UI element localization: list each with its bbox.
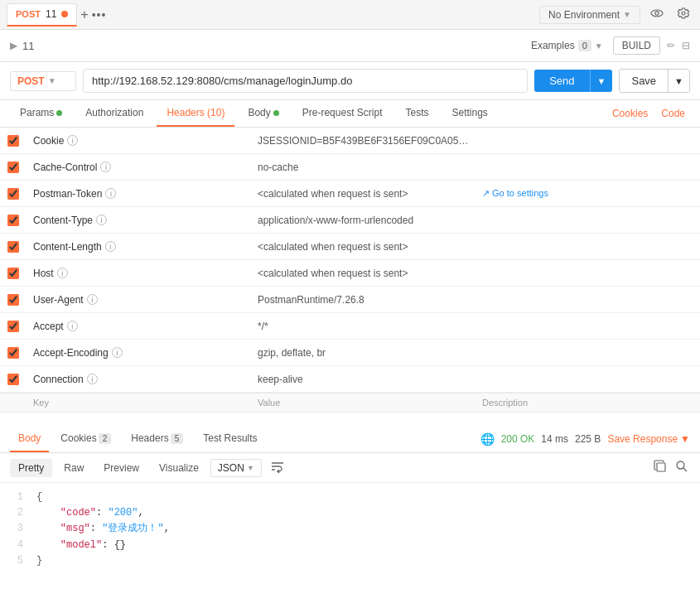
code-text: "msg": "登录成功！", [36, 521, 170, 537]
new-row-key-placeholder: Key [27, 393, 251, 412]
row-checkbox-5[interactable] [0, 238, 27, 256]
tab-tests[interactable]: Tests [395, 100, 438, 127]
copy-code-button[interactable] [652, 458, 669, 477]
format-select[interactable]: JSON ▼ [210, 459, 262, 477]
code-line: 1 { [10, 490, 690, 505]
table-row: Content-Length i <calculated when reques… [0, 234, 700, 260]
examples-badge[interactable]: Examples 0 ▼ [531, 40, 603, 51]
save-dropdown-button[interactable]: ▼ [668, 70, 689, 92]
tab-body[interactable]: Body [238, 100, 288, 127]
save-response-button[interactable]: Save Response ▼ [607, 433, 690, 445]
settings-icon-button[interactable] [673, 3, 693, 26]
new-row-check [0, 393, 27, 412]
row-desc-8 [476, 323, 700, 330]
code-tab-preview[interactable]: Preview [95, 459, 147, 477]
save-button[interactable]: Save [620, 70, 668, 92]
more-tabs-button[interactable]: ••• [92, 8, 107, 22]
row-desc-6 [476, 270, 700, 277]
code-link[interactable]: Code [656, 101, 690, 126]
row-key-3: Postman-Token i [27, 185, 251, 203]
row-checkbox-3[interactable] [0, 185, 27, 203]
row-checkbox-1[interactable] [0, 132, 27, 150]
info-icon[interactable]: i [100, 162, 111, 172]
res-tab-headers[interactable]: Headers5 [123, 426, 191, 452]
row-value-3: <calculated when request is sent> [251, 185, 476, 203]
tab-authorization[interactable]: Authorization [75, 100, 153, 127]
info-icon[interactable]: i [112, 347, 123, 358]
res-tab-body[interactable]: Body [10, 426, 49, 452]
svg-point-1 [655, 12, 659, 15]
headers-table: Cookie i JSESSIONID=B5F439BE6F3156EF09C0… [0, 128, 700, 413]
table-row: Cookie i JSESSIONID=B5F439BE6F3156EF09C0… [0, 128, 700, 154]
copy-icon[interactable]: ⊟ [682, 40, 690, 51]
tab-headers[interactable]: Headers (10) [157, 100, 234, 127]
code-tab-pretty[interactable]: Pretty [10, 459, 52, 477]
info-icon[interactable]: i [105, 241, 116, 252]
res-tab-testresults[interactable]: Test Results [195, 426, 265, 452]
row-checkbox-6[interactable] [0, 264, 27, 282]
res-tab-cookies[interactable]: Cookies2 [52, 426, 119, 452]
row-desc-5 [476, 244, 700, 250]
info-icon[interactable]: i [67, 135, 78, 146]
info-icon[interactable]: i [57, 268, 68, 278]
env-selector[interactable]: No Environment ▼ [539, 6, 640, 24]
collapse-arrow-icon[interactable]: ▶ [10, 40, 17, 51]
cookies-link[interactable]: Cookies [607, 101, 653, 126]
code-tab-raw[interactable]: Raw [56, 459, 92, 477]
send-button-group: Send ▼ [534, 70, 612, 92]
request-tabs-nav: Params Authorization Headers (10) Body P… [0, 100, 700, 128]
tab-params[interactable]: Params [10, 100, 72, 127]
info-icon[interactable]: i [87, 294, 98, 305]
new-row: Key Value Description [0, 393, 700, 413]
new-tab-button[interactable]: + [80, 7, 88, 22]
url-input[interactable] [83, 69, 528, 93]
edit-icon[interactable]: ✏ [667, 40, 675, 51]
search-code-button[interactable] [673, 458, 690, 477]
row-key-9: Accept-Encoding i [27, 344, 251, 362]
send-dropdown-button[interactable]: ▼ [590, 70, 613, 92]
tab-prerequest[interactable]: Pre-request Script [292, 100, 393, 127]
globe-icon[interactable]: 🌐 [480, 432, 495, 446]
line-number: 1 [10, 490, 23, 505]
go-to-settings-link[interactable]: ↗ Go to settings [482, 188, 693, 199]
code-line: 4 "model": {} [10, 538, 690, 553]
eye-icon [650, 7, 664, 20]
params-dot [56, 110, 62, 116]
method-arrow-icon: ▼ [48, 76, 56, 85]
row-checkbox-8[interactable] [0, 317, 27, 335]
tab-settings[interactable]: Settings [442, 100, 498, 127]
response-time: 14 ms [541, 433, 568, 445]
code-actions [652, 458, 690, 477]
row-checkbox-9[interactable] [0, 344, 27, 362]
cookies-badge: 2 [99, 433, 112, 444]
send-button[interactable]: Send [534, 70, 589, 92]
row-key-4: Content-Type i [27, 211, 251, 229]
info-icon[interactable]: i [67, 321, 78, 331]
request-tab[interactable]: POST 11 [7, 3, 77, 27]
row-desc-9 [476, 350, 700, 356]
info-icon[interactable]: i [96, 215, 107, 225]
eye-icon-button[interactable] [647, 3, 667, 26]
info-icon[interactable]: i [87, 374, 98, 384]
wrap-icon-btn[interactable] [270, 459, 285, 476]
code-line: 3 "msg": "登录成功！", [10, 521, 690, 537]
build-button[interactable]: BUILD [613, 36, 660, 55]
row-checkbox-10[interactable] [0, 370, 27, 388]
info-icon[interactable]: i [105, 188, 116, 199]
table-row: Cache-Control i no-cache [0, 154, 700, 181]
method-select[interactable]: POST ▼ [10, 71, 76, 91]
table-row: Postman-Token i <calculated when request… [0, 181, 700, 207]
row-value-6: <calculated when request is sent> [251, 264, 476, 282]
response-panel: Body Cookies2 Headers5 Test Results 🌐 20… [0, 426, 700, 608]
code-tabs: Pretty Raw Preview Visualize JSON ▼ [0, 453, 700, 483]
row-checkbox-7[interactable] [0, 291, 27, 309]
code-tab-visualize[interactable]: Visualize [151, 459, 207, 477]
examples-count: 0 [578, 40, 591, 51]
row-checkbox-2[interactable] [0, 158, 27, 176]
row-key-1: Cookie i [27, 132, 251, 150]
row-checkbox-4[interactable] [0, 211, 27, 229]
settings-icon [677, 7, 690, 20]
row-desc-3: ↗ Go to settings [476, 185, 700, 202]
row-value-5: <calculated when request is sent> [251, 238, 476, 256]
code-text: "code": "200", [36, 505, 144, 521]
